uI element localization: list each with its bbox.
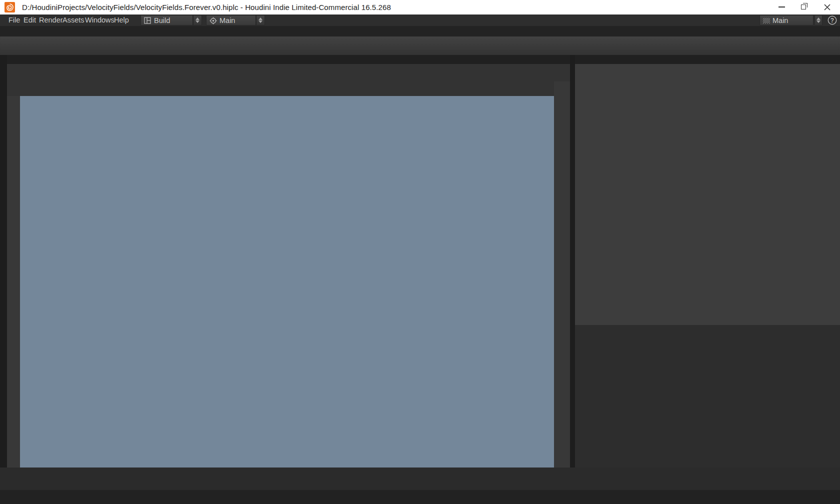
svg-text:?: ? xyxy=(830,17,834,24)
